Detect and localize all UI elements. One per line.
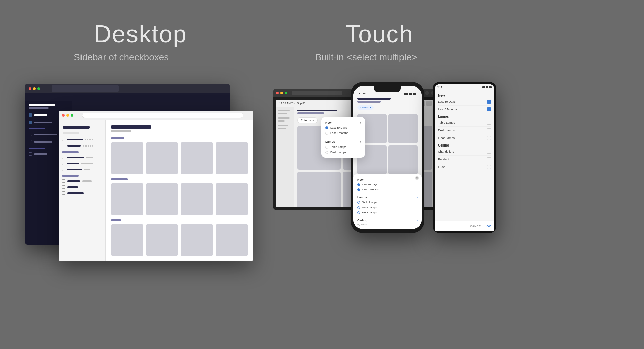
close-dot <box>29 87 31 90</box>
iphone-header: 3 Items ▾ <box>353 96 422 111</box>
flush-android[interactable]: Flush <box>438 163 491 171</box>
chevron-icon: › <box>417 196 418 199</box>
filter-label <box>67 186 78 188</box>
desk-lamps-label: Desk Lamps <box>330 151 346 154</box>
last30-item[interactable]: Last 30 Days <box>353 182 422 187</box>
filter-item <box>59 184 105 190</box>
last-30-label: Last 30 Days <box>330 126 347 129</box>
android-time: 2:14 <box>437 86 442 89</box>
lamps-section: Lamps ▾ <box>321 139 365 144</box>
filter-checkbox[interactable] <box>62 144 65 147</box>
image-grid-row2 <box>111 183 248 215</box>
filter-item <box>59 136 105 142</box>
radio-last30 <box>357 183 360 186</box>
last-6-label: Last 6 Months <box>362 188 379 191</box>
grid-item <box>146 183 178 215</box>
browser-fg-bar <box>59 111 253 120</box>
checkbox-floor[interactable] <box>487 136 491 140</box>
chevron-down-icon: ▾ <box>370 106 371 109</box>
table-lamps-android[interactable]: Table Lamps <box>438 119 491 127</box>
desk-lamps[interactable]: Desk Lamps <box>353 205 422 210</box>
pendant-label: Pendant <box>438 158 449 161</box>
filter-label <box>67 192 84 194</box>
filter-checkbox[interactable] <box>62 179 65 183</box>
flush-label: Flush <box>438 165 445 169</box>
chevron-icon: ▾ <box>360 140 361 143</box>
ok-button[interactable]: OK <box>487 225 491 228</box>
last30-android[interactable]: Last 30 Days <box>438 98 491 106</box>
floor-lamps-android[interactable]: Floor Lamps <box>438 134 491 142</box>
new-section-android: New <box>438 92 491 98</box>
sidebar-checkbox <box>29 152 32 156</box>
filter-item <box>59 154 105 160</box>
filter-heading <box>63 126 90 129</box>
filter-checkbox[interactable] <box>62 138 65 141</box>
grid-item <box>146 224 178 256</box>
table-lamps-label: Table Lamps <box>362 201 377 204</box>
checkbox-flush[interactable] <box>487 165 491 169</box>
radio-last6 <box>325 132 328 135</box>
grid-item <box>216 142 248 174</box>
ipad-max <box>285 92 287 94</box>
items-badge-3: 3 Items <box>360 106 369 109</box>
desk-lamps-android[interactable]: Desk Lamps <box>438 127 491 134</box>
radio-table <box>325 146 328 149</box>
maximize-dot-fg <box>71 114 73 117</box>
sidebar-checkbox <box>29 133 32 136</box>
checkbox-last6[interactable] <box>487 107 491 111</box>
filter-dropdown: New ▾ Last 30 Days Last 6 Months <box>321 117 365 158</box>
filter-checkbox[interactable] <box>62 191 65 195</box>
filter-checkbox[interactable] <box>62 156 65 159</box>
checkbox-chandeliers[interactable] <box>487 150 491 154</box>
chevron-down-icon: ▾ <box>312 119 314 122</box>
table-lamps-item[interactable]: Table Lamps <box>321 144 365 150</box>
iphone-items-badge[interactable]: 3 Items ▾ <box>357 105 374 110</box>
ipad-min <box>280 92 283 94</box>
checkbox-table[interactable] <box>487 121 491 125</box>
sidebar-checkbox <box>29 113 32 117</box>
lamps-section-android: Lamps <box>438 113 491 119</box>
chandeliers-label: Chandeliers <box>438 150 454 153</box>
last-6-months-item[interactable]: Last 6 Months <box>321 130 365 136</box>
checkbox-desk[interactable] <box>487 128 491 132</box>
content-heading <box>111 125 151 129</box>
filter-sub <box>86 157 93 158</box>
chandeliers-android[interactable]: Chandeliers <box>438 148 491 156</box>
iphone-notch <box>374 86 401 92</box>
lamps-section-iphone: Lamps › <box>353 194 422 200</box>
last6-item[interactable]: Last 6 Months <box>353 187 422 192</box>
filter-label <box>67 169 82 170</box>
checkbox-pendant[interactable] <box>487 157 491 161</box>
divider <box>321 137 365 137</box>
radio-desk <box>325 151 328 154</box>
filter-label <box>67 163 79 164</box>
sidebar-item-label <box>34 134 57 135</box>
grid-item <box>216 183 248 215</box>
ceiling-section: Ceiling › <box>353 217 422 223</box>
grid-item <box>388 145 418 175</box>
items-badge[interactable]: 2 Items ▾ <box>297 117 318 123</box>
iphone-time: 11:39 <box>359 92 365 95</box>
image-grid-row1 <box>111 142 248 174</box>
filter-item <box>59 160 105 166</box>
cancel-button[interactable]: CANCEL <box>470 225 483 228</box>
sidebar-item-label <box>34 141 52 143</box>
desk-lamps-item[interactable]: Desk Lamps <box>321 150 365 155</box>
table-lamps[interactable]: Table Lamps <box>353 200 422 205</box>
lamps-label: Lamps <box>325 140 335 143</box>
checkbox-last30[interactable] <box>487 100 491 104</box>
image-grid-row3 <box>111 224 248 256</box>
close-button[interactable]: ✕ <box>415 176 419 180</box>
radio-floor <box>357 211 360 214</box>
filter-checkbox[interactable] <box>62 185 65 189</box>
browser-fg <box>59 111 253 261</box>
desktop-title: Desktop <box>94 20 187 48</box>
last-30-days-item[interactable]: Last 30 Days <box>321 125 365 130</box>
filter-checkbox[interactable] <box>62 168 65 171</box>
grid-item <box>146 142 178 174</box>
floor-lamps[interactable]: Floor Lamps <box>353 210 422 215</box>
touch-title: Touch <box>345 20 413 48</box>
pendant-android[interactable]: Pendant <box>438 156 491 163</box>
filter-checkbox[interactable] <box>62 162 65 165</box>
last6-android[interactable]: Last 6 Months <box>438 106 491 113</box>
